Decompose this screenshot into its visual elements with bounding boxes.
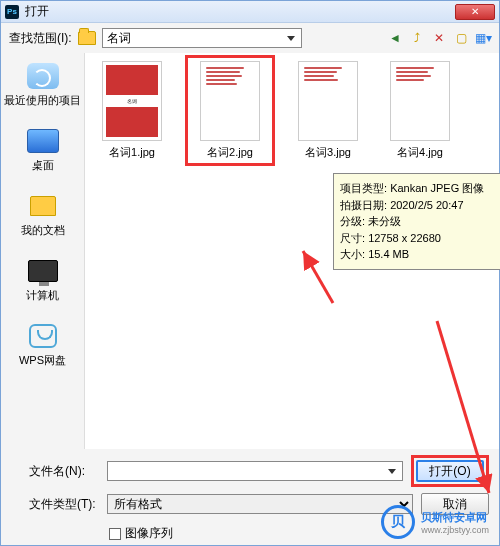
photoshop-icon: Ps [5,5,19,19]
window-title: 打开 [25,3,455,20]
watermark: 贝 贝斯特安卓网 www.zjbstyy.com [381,505,489,539]
file-list[interactable]: 名词 名词1.jpg 名词2.jpg 名词3. [85,53,499,449]
up-icon[interactable]: ⤴ [409,30,425,46]
place-desktop[interactable]: 桌面 [3,122,82,177]
newfolder-icon[interactable]: ▢ [453,30,469,46]
lookin-value: 名词 [107,30,287,47]
delete-icon[interactable]: ✕ [431,30,447,46]
place-computer[interactable]: 计算机 [3,252,82,307]
open-dialog: Ps 打开 ✕ 查找范围(I): 名词 ◄ ⤴ ✕ ▢ ▦▾ 最近使用的项目 桌… [0,0,500,546]
place-documents[interactable]: 我的文档 [3,187,82,242]
file-label: 名词4.jpg [397,145,443,160]
toolbar-icons: ◄ ⤴ ✕ ▢ ▦▾ [387,30,491,46]
svg-line-0 [303,251,333,303]
place-label: 最近使用的项目 [4,93,81,108]
file-label: 名词3.jpg [305,145,351,160]
filename-input[interactable] [107,461,403,481]
chevron-down-icon [388,469,396,474]
file-item[interactable]: 名词 名词1.jpg [93,61,171,172]
thumbnail [390,61,450,141]
computer-icon [28,260,58,282]
documents-icon [30,196,56,216]
sequence-label: 图像序列 [125,525,173,542]
place-wps[interactable]: WPS网盘 [3,317,82,372]
back-icon[interactable]: ◄ [387,30,403,46]
file-item[interactable]: 名词4.jpg [381,61,459,172]
watermark-text: 贝斯特安卓网 [421,510,489,525]
places-bar: 最近使用的项目 桌面 我的文档 计算机 WPS网盘 [1,53,85,449]
lookin-label: 查找范围(I): [9,30,72,47]
file-label: 名词1.jpg [109,145,155,160]
filename-label: 文件名(N): [29,463,99,480]
close-button[interactable]: ✕ [455,4,495,20]
place-label: WPS网盘 [19,353,66,368]
place-label: 桌面 [32,158,54,173]
place-label: 我的文档 [21,223,65,238]
recent-icon [27,63,59,89]
place-label: 计算机 [26,288,59,303]
view-icon[interactable]: ▦▾ [475,30,491,46]
watermark-url: www.zjbstyy.com [421,525,489,535]
thumbnail: 名词 [102,61,162,141]
file-item[interactable]: 名词3.jpg [289,61,367,172]
desktop-icon [27,129,59,153]
svg-line-1 [437,321,489,493]
annotation-arrow-icon [293,243,343,313]
thumbnail [200,61,260,141]
filetype-select[interactable]: 所有格式 [107,494,413,514]
filetype-label: 文件类型(T): [29,496,99,513]
titlebar: Ps 打开 ✕ [1,1,499,23]
place-recent[interactable]: 最近使用的项目 [3,57,82,112]
watermark-icon: 贝 [381,505,415,539]
sequence-checkbox[interactable] [109,528,121,540]
file-tooltip: 项目类型: Kankan JPEG 图像 拍摄日期: 2020/2/5 20:4… [333,173,500,270]
cloud-icon [29,324,57,348]
file-label: 名词2.jpg [207,145,253,160]
chevron-down-icon [287,36,295,41]
thumbnail [298,61,358,141]
selection-highlight: 名词2.jpg [185,55,275,166]
lookin-combo[interactable]: 名词 [102,28,302,48]
content-area: 最近使用的项目 桌面 我的文档 计算机 WPS网盘 [1,53,499,449]
lookin-row: 查找范围(I): 名词 ◄ ⤴ ✕ ▢ ▦▾ [1,23,499,53]
folder-icon [78,31,96,45]
annotation-arrow-icon [429,313,500,503]
file-item-selected[interactable]: 名词2.jpg [191,61,269,160]
